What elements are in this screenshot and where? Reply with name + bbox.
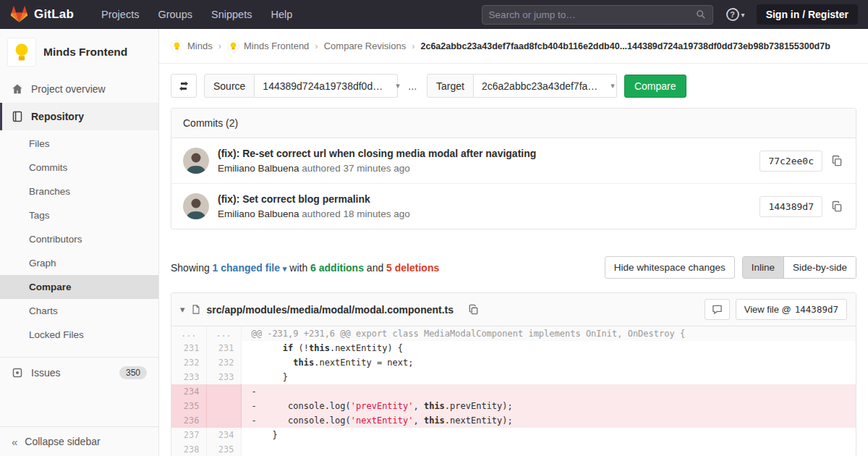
diff-view-toggle: Inline Side-by-side — [742, 256, 856, 279]
brand-title: GitLab — [34, 7, 74, 22]
target-revision-dropdown[interactable]: 2c6a2abbc23a43def7fa… ▾ — [474, 74, 617, 98]
and-label: and — [367, 262, 383, 274]
copy-sha-button[interactable] — [830, 199, 844, 214]
target-label: Target — [427, 74, 474, 98]
commit-row: (fix): Set correct blog permalink Emilia… — [171, 183, 856, 229]
sidebar-item-locked-files[interactable]: Locked Files — [0, 323, 158, 347]
breadcrumb-compare-revisions[interactable]: Compare Revisions — [324, 41, 406, 51]
old-line-number[interactable]: 237 — [171, 428, 206, 442]
old-line-number[interactable]: ... — [171, 326, 206, 341]
range-ellipsis: ... — [405, 80, 420, 92]
new-line-number[interactable]: 232 — [206, 355, 241, 370]
diff-line-context: 238235 — [171, 442, 856, 456]
toggle-comments-button[interactable] — [705, 299, 730, 320]
sidebar-item-project-overview[interactable]: Project overview — [0, 75, 158, 103]
project-avatar — [7, 38, 36, 67]
copy-icon — [831, 155, 843, 166]
diff-line-removed: 235- console.log('prevEntity', this.prev… — [171, 399, 856, 413]
target-revision-value: 2c6a2abbc23a43def7fa… — [482, 80, 597, 92]
new-line-number[interactable]: 231 — [206, 341, 241, 355]
changed-files-dropdown[interactable]: 1 changed file ▾ — [213, 262, 287, 274]
nav-link-help[interactable]: Help — [271, 9, 292, 20]
new-line-number[interactable] — [206, 413, 241, 428]
swap-revisions-button[interactable] — [171, 74, 197, 98]
sign-in-button[interactable]: Sign in / Register — [757, 4, 858, 25]
sidebar-item-charts[interactable]: Charts — [0, 299, 158, 323]
compare-button[interactable]: Compare — [624, 75, 686, 98]
new-line-number[interactable]: 233 — [206, 370, 241, 384]
view-file-sha: 144389d7 — [795, 304, 838, 315]
commit-info: (fix): Re-set correct url when closing m… — [218, 148, 760, 174]
sidebar-item-commits[interactable]: Commits — [0, 156, 158, 180]
sidebar-item-branches[interactable]: Branches — [0, 180, 158, 203]
old-line-number[interactable]: 238 — [171, 442, 206, 456]
sidebar-item-tags[interactable]: Tags — [0, 203, 158, 227]
old-line-number[interactable]: 233 — [171, 370, 206, 384]
side-by-side-view-button[interactable]: Side-by-side — [783, 257, 856, 278]
chevron-down-icon: ▾ — [741, 11, 745, 19]
nav-link-snippets[interactable]: Snippets — [211, 9, 252, 20]
copy-sha-button[interactable] — [830, 153, 844, 168]
sidebar-item-graph[interactable]: Graph — [0, 251, 158, 275]
repository-icon — [12, 111, 23, 122]
commit-title-link[interactable]: (fix): Re-set correct url when closing m… — [218, 148, 760, 159]
breadcrumb-group[interactable]: Minds — [171, 40, 213, 52]
new-line-number[interactable]: ... — [206, 326, 241, 341]
commit-sha-link[interactable]: 77c2ee0c — [760, 151, 822, 172]
navbar-menu: Projects Groups Snippets Help — [101, 9, 292, 20]
commit-title-link[interactable]: (fix): Set correct blog permalink — [218, 193, 760, 205]
diff-line-content: if (!this.nextEntity) { — [241, 341, 856, 355]
new-line-number[interactable] — [206, 384, 241, 399]
global-search[interactable] — [482, 5, 713, 25]
gitlab-tanuki-icon — [10, 6, 28, 23]
changed-files-label: 1 changed file — [213, 262, 280, 274]
commit-sha-link[interactable]: 144389d7 — [760, 196, 822, 217]
home-icon — [12, 83, 23, 95]
new-line-number[interactable]: 235 — [206, 442, 241, 456]
sidebar-item-compare[interactable]: Compare — [0, 275, 158, 299]
commit-authored-time: authored 18 minutes ago — [302, 208, 409, 219]
sidebar-item-contributors[interactable]: Contributors — [0, 227, 158, 251]
sidebar-item-issues[interactable]: Issues 350 — [0, 358, 158, 388]
commit-author-link[interactable]: Emiliano Balbuena — [218, 208, 299, 219]
view-file-button[interactable]: View file @ 144389d7 — [736, 299, 847, 320]
avatar — [183, 193, 209, 219]
diff-line-context: 237234 } — [171, 428, 856, 442]
copy-icon — [831, 200, 843, 212]
file-icon — [191, 304, 201, 315]
help-menu[interactable]: ? ▾ — [726, 8, 745, 21]
collapse-diff-icon[interactable]: ▾ — [180, 304, 185, 315]
diff-line-content: } — [241, 370, 856, 384]
new-line-number[interactable] — [206, 399, 241, 413]
old-line-number[interactable]: 232 — [171, 355, 206, 370]
commit-row: (fix): Re-set correct url when closing m… — [171, 138, 856, 183]
old-line-number[interactable]: 234 — [171, 384, 206, 399]
nav-link-groups[interactable]: Groups — [158, 9, 192, 20]
old-line-number[interactable]: 231 — [171, 341, 206, 355]
source-revision-dropdown[interactable]: 144389d724a19738df0d… ▾ — [255, 74, 398, 98]
top-navbar: GitLab Projects Groups Snippets Help ? ▾… — [0, 0, 868, 29]
gitlab-brand[interactable]: GitLab — [10, 6, 74, 23]
breadcrumb-project[interactable]: Minds Frontend — [227, 40, 309, 52]
old-line-number[interactable]: 235 — [171, 399, 206, 413]
diff-line-content: this.nextEntity = next; — [241, 355, 856, 370]
hide-whitespace-button[interactable]: Hide whitespace changes — [605, 256, 735, 279]
copy-file-path-button[interactable] — [467, 303, 480, 316]
diff-line-removed: 236- console.log('nextEntity', this.next… — [171, 413, 856, 428]
sidebar-section-label: Repository — [31, 111, 84, 122]
commit-author-link[interactable]: Emiliano Balbuena — [218, 163, 299, 174]
file-path-link[interactable]: src/app/modules/media/modal/modal.compon… — [207, 304, 454, 316]
search-input[interactable] — [489, 9, 696, 20]
nav-link-projects[interactable]: Projects — [101, 9, 139, 20]
commits-panel: Commits (2) (fix): Re-set correct url wh… — [171, 108, 856, 229]
new-line-number[interactable]: 234 — [206, 428, 241, 442]
diff-line-context: 233233 } — [171, 370, 856, 384]
collapse-sidebar-button[interactable]: « Collapse sidebar — [0, 426, 158, 456]
chevron-double-left-icon: « — [12, 436, 17, 447]
old-line-number[interactable]: 236 — [171, 413, 206, 428]
sidebar-item-files[interactable]: Files — [0, 132, 158, 156]
swap-icon — [178, 80, 190, 92]
project-header[interactable]: Minds Frontend — [0, 29, 158, 75]
inline-view-button[interactable]: Inline — [743, 257, 783, 278]
sidebar-section-repository[interactable]: Repository — [0, 103, 158, 130]
